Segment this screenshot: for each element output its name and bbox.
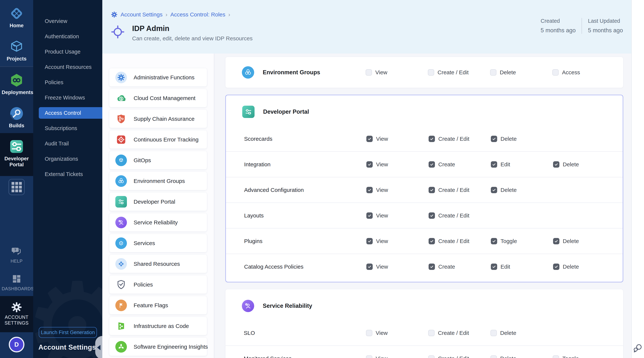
rail-item-account-settings[interactable]: ACCOUNT SETTINGS: [0, 296, 33, 332]
sidebar-item-access-control[interactable]: Access Control: [39, 107, 102, 119]
gear-icon: [115, 72, 127, 83]
checkbox-toggle-unchecked[interactable]: [553, 355, 559, 358]
rail-item-label: DASHBOARDS: [2, 286, 32, 292]
sidebar-item-external-tickets[interactable]: External Tickets: [33, 166, 102, 182]
checkbox-delete-unchecked[interactable]: [490, 330, 497, 336]
main-content: Account Settings › Access Control: Roles…: [102, 0, 631, 358]
rail-module-builds[interactable]: Builds: [0, 100, 33, 133]
sidebar-item-account-resources[interactable]: Account Resources: [33, 59, 102, 75]
rail-module-home[interactable]: Home: [0, 0, 33, 33]
checkbox-create-edit-checked[interactable]: [428, 212, 435, 219]
chat-support-icon[interactable]: [633, 343, 643, 353]
sidebar-item-policies[interactable]: Policies: [33, 75, 102, 90]
category-label: Supply Chain Assurance: [134, 116, 194, 122]
checkbox-delete-unchecked[interactable]: [490, 355, 497, 358]
last-updated-label: Last Updated: [588, 18, 623, 24]
checkbox-create-checked[interactable]: [428, 161, 435, 168]
breadcrumb-account-settings[interactable]: Account Settings: [120, 11, 162, 18]
category-card-software-engineering-insights[interactable]: Software Engineering Insights: [110, 338, 207, 356]
checkbox-delete-checked[interactable]: [553, 264, 560, 270]
category-card-administrative-functions[interactable]: Administrative Functions: [110, 68, 207, 86]
category-card-policies[interactable]: Policies: [110, 275, 207, 294]
launch-first-generation-button[interactable]: Launch First Generation: [39, 327, 97, 338]
permission-toggle: Toggle: [491, 238, 553, 244]
rail-module-deployments[interactable]: Deployments: [0, 66, 33, 100]
settings-sidebar: ⚙ OverviewAuthenticationProduct UsageAcc…: [33, 0, 102, 358]
page-title: IDP Admin: [132, 24, 252, 33]
hex-cluster-icon: [115, 175, 127, 187]
category-card-infrastructure-as-code[interactable]: Infrastructure as Code: [110, 317, 207, 335]
permission-view: View: [366, 330, 428, 336]
checkbox-edit-checked[interactable]: [491, 161, 497, 168]
checkbox-label: Create / Edit: [438, 355, 469, 358]
last-updated-value: 5 months ago: [588, 27, 623, 34]
permissions-section-service-reliability: Service ReliabilitySLOViewCreate / EditD…: [226, 289, 623, 358]
sidebar-item-authentication[interactable]: Authentication: [33, 29, 102, 44]
shield-check-icon: [115, 279, 127, 290]
rail-item-label: HELP: [10, 258, 23, 264]
permission-delete: Delete: [491, 187, 553, 193]
checkbox-view-unchecked[interactable]: [366, 69, 372, 76]
category-card-gitops[interactable]: GitOps: [110, 151, 207, 169]
category-card-cloud-cost-management[interactable]: $Cloud Cost Management: [110, 89, 207, 107]
checkbox-label: Create / Edit: [438, 187, 470, 193]
category-card-feature-flags[interactable]: Feature Flags: [110, 296, 207, 314]
permission-create-edit: Create / Edit: [428, 355, 490, 358]
rail-item-help[interactable]: ?HELP: [0, 241, 33, 268]
checkbox-delete-checked[interactable]: [553, 238, 560, 244]
checkbox-view-checked[interactable]: [366, 238, 373, 244]
checkbox-create-edit-checked[interactable]: [428, 136, 435, 142]
category-card-continuous-error-tracking[interactable]: Continuous Error Tracking: [110, 130, 207, 148]
slider-square-icon: [242, 106, 254, 118]
checkbox-create-edit-unchecked[interactable]: [428, 330, 434, 336]
gear-icon: [10, 301, 22, 313]
rail-module-developer-portal[interactable]: Developer Portal: [0, 133, 33, 176]
category-label: Policies: [134, 281, 153, 288]
category-card-services[interactable]: Services: [110, 234, 207, 252]
checkbox-delete-unchecked[interactable]: [490, 69, 496, 76]
checkbox-access-unchecked[interactable]: [552, 69, 559, 76]
sidebar-collapse-handle[interactable]: [95, 336, 102, 358]
permission-delete: Delete: [553, 264, 614, 270]
checkbox-view-checked[interactable]: [366, 187, 373, 193]
checkbox-toggle-checked[interactable]: [491, 238, 497, 244]
checkbox-delete-checked[interactable]: [491, 187, 497, 193]
row-label: Scorecards: [244, 136, 366, 142]
checkbox-view-checked[interactable]: [366, 161, 373, 168]
checkbox-view-checked[interactable]: [366, 212, 373, 219]
checkbox-edit-checked[interactable]: [491, 264, 497, 270]
breadcrumb-access-control-roles[interactable]: Access Control: Roles: [170, 11, 225, 18]
category-card-supply-chain-assurance[interactable]: Supply Chain Assurance: [110, 110, 207, 128]
category-card-service-reliability[interactable]: Service Reliability: [110, 213, 207, 232]
sidebar-item-overview[interactable]: Overview: [33, 14, 102, 29]
permission-view: View: [366, 187, 428, 193]
checkbox-view-checked[interactable]: [366, 264, 373, 270]
app-root: HomeProjectsDeploymentsBuildsDeveloper P…: [0, 0, 644, 358]
sidebar-item-audit-trail[interactable]: Audit Trail: [33, 136, 102, 151]
sidebar-item-organizations[interactable]: Organizations: [33, 151, 102, 166]
checkbox-create-checked[interactable]: [428, 264, 435, 270]
sidebar-item-product-usage[interactable]: Product Usage: [33, 44, 102, 59]
checkbox-create-edit-checked[interactable]: [428, 187, 435, 193]
checkbox-create-edit-checked[interactable]: [428, 238, 435, 244]
category-card-developer-portal[interactable]: Developer Portal: [110, 193, 207, 211]
rail-module-projects[interactable]: Projects: [0, 33, 33, 66]
checkbox-create-edit-unchecked[interactable]: [428, 69, 434, 76]
checkbox-create-edit-unchecked[interactable]: [428, 355, 434, 358]
module-picker-button[interactable]: [8, 179, 24, 195]
builds-icon: [9, 106, 24, 121]
rail-item-dashboards[interactable]: DASHBOARDS: [0, 268, 33, 296]
sidebar-item-freeze-windows[interactable]: Freeze Windows: [33, 90, 102, 105]
checkbox-delete-checked[interactable]: [491, 136, 497, 142]
checkbox-view-checked[interactable]: [366, 136, 373, 142]
category-card-shared-resources[interactable]: Shared Resources: [110, 255, 207, 273]
checkbox-delete-checked[interactable]: [553, 161, 560, 168]
category-card-environment-groups[interactable]: Environment Groups: [110, 172, 207, 190]
checkbox-view-unchecked[interactable]: [366, 355, 372, 358]
section-title: Developer Portal: [263, 108, 309, 115]
checkbox-view-unchecked[interactable]: [366, 330, 372, 336]
checkbox-label: View: [375, 69, 387, 76]
sidebar-item-subscriptions[interactable]: Subscriptions: [33, 121, 102, 136]
permissions-section-developer-portal: Developer PortalScorecardsViewCreate / E…: [226, 95, 623, 282]
user-avatar[interactable]: D: [9, 337, 24, 352]
